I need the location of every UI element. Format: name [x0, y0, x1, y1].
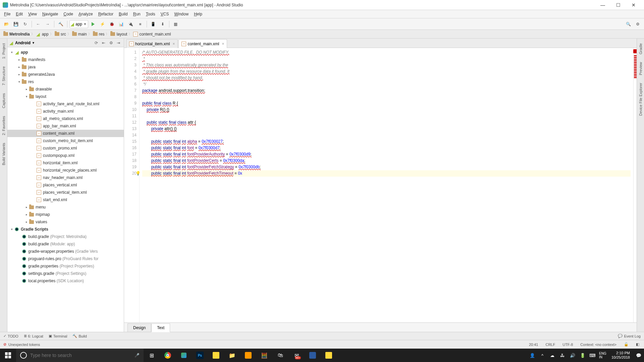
menu-analyze[interactable]: Analyze: [76, 11, 96, 17]
tree-item[interactable]: ▸menu: [7, 203, 124, 211]
memory-indicator[interactable]: ◧: [635, 342, 641, 347]
tree-item[interactable]: ‹›horizontal_recycle_places.xml: [7, 167, 124, 174]
sdk-manager-button[interactable]: ⬇: [158, 20, 167, 28]
breadcrumb-item[interactable]: ‹›content_main.xml: [132, 31, 172, 37]
tool-window-button[interactable]: 1: Project: [2, 42, 6, 60]
notifications-icon[interactable]: 💬: [635, 349, 643, 362]
menu-navigate[interactable]: Navigate: [40, 11, 61, 17]
tree-item[interactable]: gradle.properties (Project Properties): [7, 262, 124, 270]
menu-view[interactable]: View: [25, 11, 40, 17]
tree-item[interactable]: ▸mipmap: [7, 211, 124, 218]
intention-bulb-icon[interactable]: 💡: [136, 170, 141, 176]
breadcrumb-item[interactable]: ◢app: [35, 31, 50, 37]
app-icon[interactable]: [321, 349, 337, 362]
profile-button[interactable]: 📊: [117, 20, 126, 28]
event-log-tab[interactable]: 💬Event Log: [618, 334, 641, 338]
error-mark[interactable]: [634, 62, 637, 63]
tree-item[interactable]: ‹›content_main.xml: [7, 130, 124, 137]
undo-button[interactable]: ←: [34, 20, 43, 28]
tree-item[interactable]: ‹›custompopup.xml: [7, 152, 124, 159]
tool-window-button[interactable]: Gradle: [639, 42, 643, 56]
tree-item[interactable]: ‹›custom_promo.xml: [7, 144, 124, 152]
tree-item[interactable]: ▸java: [7, 63, 124, 71]
tool-window-button[interactable]: Preview: [639, 61, 643, 76]
tree-item[interactable]: ‹›activity_fare_and_route_list.xml: [7, 100, 124, 108]
context[interactable]: Context: <no context>: [579, 343, 618, 347]
tool-window-button[interactable]: Device File Explorer: [639, 81, 643, 117]
tool-window-tab[interactable]: ≣6: Logcat: [24, 334, 43, 338]
android-studio-app-icon[interactable]: [176, 349, 192, 362]
tool-window-button[interactable]: 7: Structure: [2, 65, 6, 87]
redo-button[interactable]: →: [43, 20, 52, 28]
chrome-app-icon[interactable]: [160, 349, 176, 362]
task-view-button[interactable]: ⊞: [144, 349, 160, 362]
taskbar-search[interactable]: 🎤: [16, 349, 144, 362]
menu-tools[interactable]: Tools: [143, 11, 158, 17]
open-file-button[interactable]: 📂: [2, 20, 11, 28]
menu-file[interactable]: File: [1, 11, 13, 17]
taskbar-clock[interactable]: 2:10 PM 10/25/2018: [609, 351, 633, 360]
editor-code[interactable]: /* AUTO-GENERATED FILE. DO NOT MODIFY. *…: [140, 48, 633, 322]
onedrive-icon[interactable]: ☁: [548, 349, 556, 362]
editor-mode-tab-design[interactable]: Design: [127, 323, 151, 332]
sync-button[interactable]: ↻: [21, 20, 30, 28]
tree-item[interactable]: ‹›activity_main.xml: [7, 108, 124, 115]
editor-tab[interactable]: ‹›horizontal_item.xml×: [126, 39, 178, 48]
debug-button[interactable]: 🐞: [108, 20, 116, 28]
project-view-dropdown[interactable]: Android ▼: [15, 41, 35, 45]
file-explorer-app-icon[interactable]: 📁: [224, 349, 240, 362]
tree-item[interactable]: ‹›places_vertical.xml: [7, 181, 124, 189]
start-button[interactable]: [0, 349, 16, 362]
tree-item[interactable]: proguard-rules.pro (ProGuard Rules for: [7, 255, 124, 262]
menu-help[interactable]: Help: [191, 11, 205, 17]
error-mark[interactable]: [634, 70, 637, 71]
tree-item[interactable]: local.properties (SDK Location): [7, 277, 124, 285]
error-mark[interactable]: [634, 74, 637, 75]
error-mark[interactable]: [634, 67, 637, 68]
error-mark[interactable]: [634, 69, 637, 70]
sticky-notes-app-icon[interactable]: [208, 349, 224, 362]
tree-item[interactable]: ‹›horizontal_item.xml: [7, 159, 124, 167]
file-encoding[interactable]: UTF-8: [561, 343, 574, 347]
close-button[interactable]: ✕: [626, 0, 641, 10]
collapse-all-button[interactable]: ⇤: [100, 40, 107, 46]
sublime-app-icon[interactable]: [240, 349, 256, 362]
editor-error-stripe[interactable]: [633, 48, 637, 322]
tree-item[interactable]: ‹›places_vertical_item.xml: [7, 189, 124, 196]
close-tab-icon[interactable]: ×: [222, 42, 224, 46]
minimize-button[interactable]: —: [595, 0, 610, 10]
tool-window-tab[interactable]: ✓TODO: [3, 334, 18, 338]
tree-item[interactable]: ▸drawable: [7, 85, 124, 93]
tree-item[interactable]: settings.gradle (Project Settings): [7, 270, 124, 277]
tree-item[interactable]: build.gradle (Module: app): [7, 240, 124, 248]
breadcrumb-item[interactable]: src: [53, 31, 67, 37]
settings-button[interactable]: ⚙: [633, 20, 642, 28]
menu-build[interactable]: Build: [116, 11, 130, 17]
breadcrumb-item[interactable]: MetroIndia: [2, 31, 31, 37]
avd-manager-button[interactable]: 📱: [149, 20, 158, 28]
tree-item[interactable]: ▾res: [7, 78, 124, 85]
run-config-dropdown[interactable]: ◢ app ▼: [69, 20, 88, 28]
panel-options-button[interactable]: ⚙: [108, 40, 114, 46]
tree-item[interactable]: ‹›app_bar_main.xml: [7, 122, 124, 130]
tree-item[interactable]: ▾layout: [7, 93, 124, 100]
tree-item[interactable]: ‹›start_end.xml: [7, 196, 124, 203]
tree-item[interactable]: ▾◢app: [7, 49, 124, 56]
menu-window[interactable]: Window: [171, 11, 191, 17]
error-mark[interactable]: [634, 59, 637, 60]
tree-item[interactable]: ▸manifests: [7, 56, 124, 63]
tree-item[interactable]: ‹›custom_metro_list_item.xml: [7, 137, 124, 144]
run-button[interactable]: [89, 20, 98, 28]
hide-panel-button[interactable]: ⇥: [115, 40, 122, 46]
attach-debugger-button[interactable]: 🔌: [126, 20, 135, 28]
tool-window-button[interactable]: 2: Favorites: [2, 115, 6, 136]
tree-item[interactable]: build.gradle (Project: MetroIndia): [7, 233, 124, 240]
battery-icon[interactable]: 🔋: [579, 349, 587, 362]
tool-window-button[interactable]: Build Variants: [2, 141, 6, 167]
tool-window-button[interactable]: Captures: [2, 92, 6, 110]
tree-item[interactable]: ▾Gradle Scripts: [7, 226, 124, 233]
tree-item[interactable]: ▸generatedJava: [7, 71, 124, 78]
project-tree[interactable]: ▾◢app▸manifests▸java▸generatedJava▾res▸d…: [7, 47, 124, 332]
menu-edit[interactable]: Edit: [13, 11, 25, 17]
read-only-toggle[interactable]: 🔓: [623, 342, 630, 347]
